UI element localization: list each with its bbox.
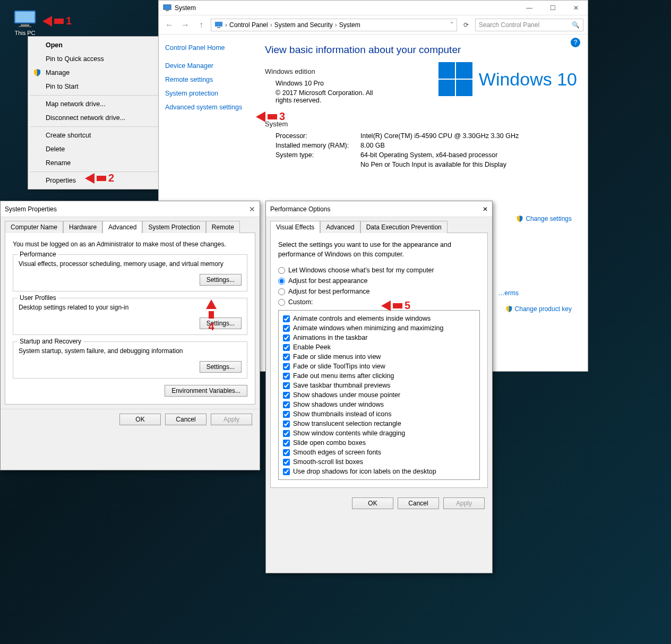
visual-effect-checkbox[interactable]: Show translucent selection rectangle	[283, 419, 475, 428]
sidebar-link-advanced-system-settings[interactable]: Advanced system settings	[165, 104, 259, 111]
context-menu-item[interactable]: Disconnect network drive...	[30, 111, 172, 125]
breadcrumb-item[interactable]: Control Panel	[229, 21, 268, 29]
checkbox-input[interactable]	[283, 449, 290, 456]
tab-remote[interactable]: Remote	[206, 221, 240, 233]
performance-radio[interactable]: Custom:	[278, 298, 480, 306]
visual-effect-checkbox[interactable]: Save taskbar thumbnail previews	[283, 381, 475, 390]
svg-rect-5	[166, 10, 169, 11]
visual-effect-checkbox[interactable]: Fade out menu items after clicking	[283, 371, 475, 381]
license-terms-link[interactable]: …erms	[498, 289, 519, 297]
visual-effect-checkbox[interactable]: Animations in the taskbar	[283, 333, 475, 342]
radio-input[interactable]	[278, 278, 285, 285]
tab-visual-effects[interactable]: Visual Effects	[270, 221, 320, 233]
visual-effect-checkbox[interactable]: Enable Peek	[283, 342, 475, 352]
breadcrumb-item[interactable]: System	[339, 21, 360, 29]
maximize-button[interactable]: ☐	[541, 1, 564, 15]
copyright: © 2017 Microsoft Corporation. All rights…	[276, 89, 382, 104]
checkbox-input[interactable]	[283, 363, 290, 370]
cancel-button[interactable]: Cancel	[398, 497, 439, 509]
checkbox-label: Fade or slide ToolTips into view	[293, 363, 385, 370]
visual-effect-checkbox[interactable]: Use drop shadows for icon labels on the …	[283, 467, 475, 476]
visual-effect-checkbox[interactable]: Smooth-scroll list boxes	[283, 457, 475, 467]
ok-button[interactable]: OK	[352, 497, 393, 509]
tab-computer-name[interactable]: Computer Name	[5, 221, 63, 233]
breadcrumb[interactable]: › Control Panel › System and Security › …	[211, 19, 457, 31]
close-button[interactable]: ✕	[249, 205, 255, 213]
visual-effect-checkbox[interactable]: Fade or slide menus into view	[283, 352, 475, 362]
tab-advanced[interactable]: Advanced	[320, 221, 360, 233]
visual-effects-checklist[interactable]: Animate controls and elements inside win…	[278, 310, 480, 480]
nav-back[interactable]: ←	[163, 20, 176, 30]
visual-effect-checkbox[interactable]: Animate windows when minimizing and maxi…	[283, 323, 475, 333]
close-button[interactable]: ✕	[564, 1, 588, 15]
checkbox-input[interactable]	[283, 392, 290, 399]
radio-label: Adjust for best appearance	[288, 277, 367, 285]
tab-hardware[interactable]: Hardware	[63, 221, 102, 233]
tab-system-protection[interactable]: System Protection	[142, 221, 205, 233]
context-menu-item[interactable]: Create shortcut	[30, 128, 172, 142]
breadcrumb-item[interactable]: System and Security	[274, 21, 333, 29]
checkbox-input[interactable]	[283, 459, 290, 466]
nav-forward[interactable]: →	[179, 20, 192, 30]
checkbox-input[interactable]	[283, 354, 290, 360]
tab-advanced[interactable]: Advanced	[102, 221, 142, 233]
radio-input[interactable]	[278, 299, 285, 306]
change-settings-link[interactable]: Change settings	[516, 215, 572, 222]
checkbox-input[interactable]	[283, 382, 290, 389]
radio-input[interactable]	[278, 288, 285, 295]
visual-effect-checkbox[interactable]: Fade or slide ToolTips into view	[283, 362, 475, 371]
checkbox-input[interactable]	[283, 344, 290, 351]
ok-button[interactable]: OK	[119, 414, 161, 425]
settings-button[interactable]: Settings...	[200, 274, 242, 286]
checkbox-input[interactable]	[283, 411, 290, 418]
refresh-button[interactable]: ⟳	[460, 21, 472, 29]
checkbox-input[interactable]	[283, 373, 290, 380]
performance-radio[interactable]: Let Windows choose what's best for my co…	[278, 267, 480, 274]
checkbox-input[interactable]	[283, 468, 290, 475]
minimize-button[interactable]: —	[518, 1, 541, 15]
context-menu-item[interactable]: Pin to Quick access	[30, 52, 172, 66]
close-button[interactable]: ✕	[483, 205, 488, 213]
performance-radio[interactable]: Adjust for best appearance	[278, 277, 480, 285]
visual-effect-checkbox[interactable]: Show shadows under windows	[283, 400, 475, 409]
radio-input[interactable]	[278, 267, 285, 274]
checkbox-input[interactable]	[283, 315, 290, 322]
checkbox-input[interactable]	[283, 401, 290, 408]
sidebar-link-device-manager[interactable]: Device Manager	[165, 62, 259, 70]
cancel-button[interactable]: Cancel	[165, 414, 207, 425]
checkbox-input[interactable]	[283, 420, 290, 427]
visual-effect-checkbox[interactable]: Show shadows under mouse pointer	[283, 390, 475, 400]
apply-button[interactable]: Apply	[443, 497, 485, 509]
visual-effect-checkbox[interactable]: Show thumbnails instead of icons	[283, 409, 475, 419]
context-menu-item[interactable]: Delete	[30, 142, 172, 156]
this-pc-desktop-icon[interactable]: This PC	[7, 10, 42, 36]
checkbox-input[interactable]	[283, 440, 290, 446]
environment-variables-button[interactable]: Environment Variables...	[165, 385, 247, 397]
checkbox-input[interactable]	[283, 430, 290, 437]
control-panel-home-link[interactable]: Control Panel Home	[165, 44, 259, 51]
performance-radio[interactable]: Adjust for best performance	[278, 288, 480, 295]
nav-up[interactable]: ↑	[195, 20, 208, 30]
sidebar-link-system-protection[interactable]: System protection	[165, 90, 259, 97]
context-menu-item[interactable]: Manage	[30, 66, 172, 80]
checkbox-input[interactable]	[283, 325, 290, 332]
visual-effect-checkbox[interactable]: Animate controls and elements inside win…	[283, 314, 475, 323]
context-menu-item[interactable]: Map network drive...	[30, 97, 172, 111]
visual-effect-checkbox[interactable]: Smooth edges of screen fonts	[283, 448, 475, 457]
titlebar[interactable]: System — ☐ ✕	[159, 1, 588, 15]
apply-button[interactable]: Apply	[211, 414, 252, 425]
context-menu-item[interactable]: Open	[30, 38, 172, 52]
tab-data-execution-prevention[interactable]: Data Execution Prevention	[360, 221, 448, 233]
svg-rect-1	[15, 12, 35, 22]
sidebar-link-remote-settings[interactable]: Remote settings	[165, 76, 259, 83]
search-input[interactable]: Search Control Panel 🔍	[475, 19, 583, 31]
visual-effect-checkbox[interactable]: Slide open combo boxes	[283, 438, 475, 448]
chevron-down-icon[interactable]: ˅	[450, 21, 453, 29]
context-menu-item[interactable]: Rename	[30, 156, 172, 170]
checkbox-input[interactable]	[283, 334, 290, 341]
system-info-key: Processor:	[276, 132, 360, 140]
change-product-key-link[interactable]: Change product key	[505, 305, 572, 313]
visual-effect-checkbox[interactable]: Show window contents while dragging	[283, 428, 475, 438]
context-menu-item[interactable]: Pin to Start	[30, 80, 172, 93]
settings-button[interactable]: Settings...	[200, 361, 242, 373]
